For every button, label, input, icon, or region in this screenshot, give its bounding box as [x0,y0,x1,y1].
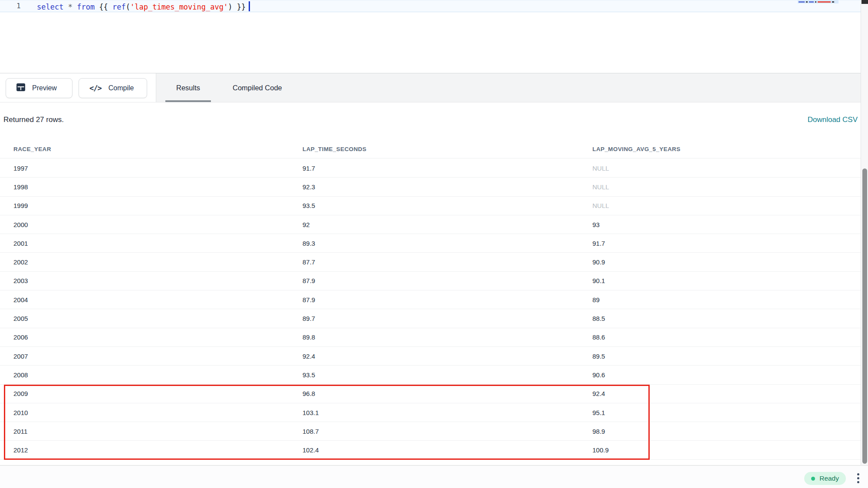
table-cell: 90.6 [592,371,861,379]
table-cell: 93 [592,221,861,228]
table-cell: 2006 [0,333,302,341]
table-cell: 2004 [0,296,302,303]
table-row: 200387.990.1 [0,272,861,290]
code-token: select [37,3,63,11]
table-cell: 87.9 [302,277,592,284]
column-header: RACE_YEAR [0,146,302,152]
table-cell: 1998 [0,183,302,191]
table-cell: 2000 [0,221,302,228]
table-row: 200996.892.4 [0,385,861,403]
table-cell: 2001 [0,240,302,247]
line-number: 1 [16,2,21,10]
column-header: LAP_TIME_SECONDS [302,146,592,152]
download-csv-link[interactable]: Download CSV [808,115,858,124]
table-cell: 2003 [0,277,302,284]
tab-results[interactable]: Results [165,73,211,102]
table-cell: 100.9 [592,446,861,454]
table-cell: 89.3 [302,240,592,247]
code-token: ref [112,3,126,11]
table-icon [16,83,25,93]
code-token [72,3,77,11]
table-cell: 2011 [0,428,302,435]
table-row: 2011108.798.9 [0,422,861,441]
table-cell: 91.7 [592,240,861,247]
table-cell: 87.7 [302,258,592,266]
results-scrollbar-thumb[interactable] [862,168,867,464]
table-cell: 96.8 [302,390,592,397]
code-token: from [77,3,95,11]
results-tabs: ResultsCompiled Code [156,73,293,102]
table-cell: 2007 [0,353,302,360]
table-cell: NULL [592,202,861,209]
table-cell: 108.7 [302,428,592,435]
table-cell: 103.1 [302,409,592,416]
code-token: ( [126,3,130,11]
table-cell: 90.9 [592,258,861,266]
table-row: 200689.888.6 [0,328,861,347]
table-cell: 89 [592,296,861,303]
table-cell: 93.5 [302,202,592,209]
code-token: 'lap_times_moving_avg' [130,3,228,11]
table-cell: 1997 [0,165,302,172]
preview-button-label: Preview [32,84,57,92]
ready-status-label: Ready [819,475,839,482]
table-cell: 91.7 [302,165,592,172]
table-cell: NULL [592,183,861,191]
table-cell: NULL [592,165,861,172]
code-token: * [68,3,72,11]
table-row: 199892.3NULL [0,178,861,196]
table-row: 2010103.195.1 [0,403,861,422]
results-toolbar: Preview </> Compile ResultsCompiled Code [0,73,861,102]
editor-scrollbar-thumb[interactable] [861,0,868,4]
table-row: 200287.790.9 [0,253,861,271]
table-cell: 2008 [0,371,302,379]
row-count-summary: Returned 27 rows. [3,115,64,124]
kebab-menu-icon[interactable] [855,471,861,485]
table-cell: 2012 [0,446,302,454]
table-row: 199791.7NULL [0,159,861,178]
table-row: 20009293 [0,215,861,234]
editor-minimap[interactable] [798,0,838,73]
table-cell: 90.1 [592,277,861,284]
table-cell: 102.4 [302,446,592,454]
table-cell: 87.9 [302,296,592,303]
compile-button[interactable]: </> Compile [79,78,147,98]
code-token: }} [232,3,246,11]
table-cell: 2005 [0,315,302,322]
table-cell: 2002 [0,258,302,266]
table-cell: 92.4 [302,353,592,360]
preview-button[interactable]: Preview [6,78,72,98]
code-token: ) [228,3,232,11]
table-cell: 89.5 [592,353,861,360]
text-cursor [249,1,250,11]
table-cell: 89.7 [302,315,592,322]
table-row: 200589.788.5 [0,309,861,328]
table-row: 199993.5NULL [0,197,861,215]
code-line[interactable]: select * from {{ ref('lap_times_moving_a… [37,1,250,12]
status-dot-icon [811,477,815,481]
table-cell: 98.9 [592,428,861,435]
table-row: 200893.590.6 [0,366,861,384]
table-cell: 95.1 [592,409,861,416]
table-body: 199791.7NULL199892.3NULL199993.5NULL2000… [0,159,861,466]
table-cell: 88.6 [592,333,861,341]
table-cell: 1999 [0,202,302,209]
column-header: LAP_MOVING_AVG_5_YEARS [592,146,861,152]
status-bar: Ready [0,465,868,488]
code-token [63,3,68,11]
table-cell: 2010 [0,409,302,416]
tab-compiled-code[interactable]: Compiled Code [222,73,293,102]
table-row: 200189.391.7 [0,234,861,253]
table-row: 200792.489.5 [0,347,861,366]
table-cell: 92.4 [592,390,861,397]
code-token: {{ [95,3,112,11]
table-cell: 92 [302,221,592,228]
compile-button-label: Compile [108,84,134,92]
sql-editor[interactable]: 1 select * from {{ ref('lap_times_moving… [0,0,868,73]
table-cell: 88.5 [592,315,861,322]
table-row: 2012102.4100.9 [0,441,861,459]
toolbar-button-group: Preview </> Compile [0,73,156,102]
table-cell: 92.3 [302,183,592,191]
table-row: 200487.989 [0,290,861,309]
table-cell: 2009 [0,390,302,397]
